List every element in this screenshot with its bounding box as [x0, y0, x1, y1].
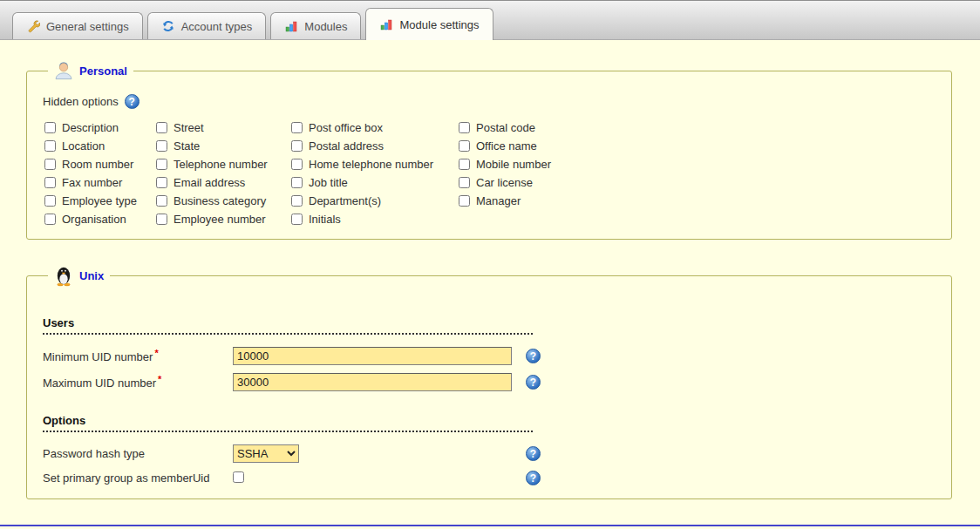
help-icon[interactable]: ?: [526, 446, 541, 461]
tab-general-settings[interactable]: General settings: [12, 12, 143, 39]
tab-bar: General settings Account types Modules: [0, 0, 980, 40]
checkbox[interactable]: [156, 122, 167, 133]
password-hash-select[interactable]: SSHA: [233, 444, 299, 463]
tux-penguin-icon: [54, 264, 73, 287]
help-icon[interactable]: ?: [526, 349, 541, 363]
checkbox[interactable]: [459, 140, 470, 152]
checkbox[interactable]: [459, 195, 470, 207]
checkbox[interactable]: [156, 214, 167, 225]
hidden-options-label: Hidden options: [43, 95, 119, 108]
checkbox-label: Location: [62, 139, 105, 153]
hidden-option-state[interactable]: State: [156, 139, 291, 153]
help-icon[interactable]: ?: [526, 375, 541, 390]
hidden-options-grid: Description Street Post office box Posta…: [44, 121, 937, 226]
max-uid-label: Maximum UID number*: [43, 374, 233, 390]
min-uid-field-cell: [233, 347, 526, 365]
tab-modules[interactable]: Modules: [270, 12, 361, 39]
password-hash-label: Password hash type: [43, 447, 233, 460]
member-uid-checkbox[interactable]: [233, 471, 244, 483]
hidden-option-business-category[interactable]: Business category: [156, 194, 291, 207]
hidden-option-employee-type[interactable]: Employee type: [44, 194, 156, 207]
checkbox[interactable]: [44, 214, 56, 225]
tab-label: Module settings: [399, 18, 479, 31]
checkbox[interactable]: [44, 122, 56, 133]
hidden-option-postal-address[interactable]: Postal address: [291, 139, 459, 153]
sync-arrows-icon: [161, 19, 175, 33]
hidden-option-post-office-box[interactable]: Post office box: [291, 121, 459, 134]
checkbox-label: Home telephone number: [309, 158, 433, 171]
users-heading: Users: [43, 316, 533, 335]
checkbox[interactable]: [459, 122, 470, 133]
checkbox[interactable]: [156, 159, 167, 170]
checkbox-label: Mobile number: [476, 158, 551, 171]
checkbox-label: Office name: [476, 139, 537, 153]
hidden-option-postal-code[interactable]: Postal code: [459, 121, 937, 134]
tab-label: Account types: [181, 20, 253, 33]
checkbox-label: Business category: [174, 194, 266, 207]
checkbox-label: State: [174, 139, 200, 153]
checkbox[interactable]: [291, 159, 303, 170]
options-form: Password hash type SSHA ? Set primary gr…: [43, 444, 937, 485]
checkbox[interactable]: [44, 177, 56, 188]
hidden-option-description[interactable]: Description: [44, 121, 156, 134]
hidden-option-departments[interactable]: Department(s): [291, 194, 459, 207]
checkbox[interactable]: [291, 122, 303, 133]
checkbox[interactable]: [291, 140, 303, 152]
person-icon: [54, 61, 73, 80]
checkbox[interactable]: [291, 195, 303, 207]
min-uid-label: Minimum UID number*: [43, 348, 233, 363]
hidden-option-office-name[interactable]: Office name: [459, 139, 937, 153]
tab-module-settings[interactable]: Module settings: [365, 8, 493, 40]
hidden-option-email-address[interactable]: Email address: [156, 176, 291, 189]
help-icon[interactable]: ?: [526, 471, 541, 485]
hidden-option-manager[interactable]: Manager: [459, 194, 937, 207]
checkbox-label: Postal address: [309, 139, 384, 153]
unix-section: Unix Users Minimum UID number* ? Maximum…: [26, 264, 952, 499]
field-label-text: Set primary group as memberUid: [43, 471, 209, 485]
main-content: Personal Hidden options ? Description St…: [0, 40, 980, 499]
max-uid-field-cell: [233, 373, 526, 391]
checkbox[interactable]: [459, 159, 470, 170]
password-hash-field-cell: SSHA: [233, 444, 526, 463]
checkbox[interactable]: [44, 159, 56, 170]
hidden-option-initials[interactable]: Initials: [291, 213, 459, 226]
checkbox[interactable]: [156, 195, 167, 207]
options-heading: Options: [43, 414, 533, 432]
tab-label: Modules: [304, 20, 347, 33]
checkbox[interactable]: [291, 214, 303, 225]
hidden-option-car-license[interactable]: Car license: [459, 176, 937, 189]
min-uid-input[interactable]: [233, 347, 512, 365]
users-heading-label: Users: [43, 316, 74, 329]
checkbox[interactable]: [44, 195, 56, 207]
checkbox-label: Car license: [476, 176, 533, 189]
member-uid-field-cell: [233, 471, 526, 485]
unix-legend: Unix: [48, 264, 110, 287]
tab-account-types[interactable]: Account types: [147, 12, 267, 39]
hidden-option-home-telephone-number[interactable]: Home telephone number: [291, 158, 459, 171]
checkbox-label: Telephone number: [174, 158, 268, 171]
hidden-option-mobile-number[interactable]: Mobile number: [459, 158, 937, 171]
hidden-option-location[interactable]: Location: [44, 139, 156, 153]
checkbox[interactable]: [156, 140, 167, 152]
hidden-option-telephone-number[interactable]: Telephone number: [156, 158, 291, 171]
checkbox-label: Initials: [309, 213, 341, 226]
hidden-option-room-number[interactable]: Room number: [44, 158, 156, 171]
checkbox[interactable]: [156, 177, 167, 188]
checkbox[interactable]: [44, 140, 56, 152]
checkbox[interactable]: [459, 177, 470, 188]
help-icon[interactable]: ?: [125, 94, 140, 109]
personal-section: Personal Hidden options ? Description St…: [26, 61, 952, 240]
wrench-icon: [26, 19, 40, 33]
hidden-option-organisation[interactable]: Organisation: [44, 213, 156, 226]
checkbox-label: Employee number: [174, 213, 266, 226]
checkbox-label: Postal code: [476, 121, 535, 134]
checkbox[interactable]: [291, 177, 303, 188]
hidden-option-fax-number[interactable]: Fax number: [44, 176, 156, 189]
checkbox-label: Department(s): [309, 194, 381, 207]
hidden-option-job-title[interactable]: Job title: [291, 176, 459, 189]
unix-legend-label: Unix: [79, 269, 104, 282]
hidden-option-street[interactable]: Street: [156, 121, 291, 134]
hidden-option-employee-number[interactable]: Employee number: [156, 213, 291, 226]
member-uid-label: Set primary group as memberUid: [43, 471, 233, 485]
max-uid-input[interactable]: [233, 373, 512, 391]
